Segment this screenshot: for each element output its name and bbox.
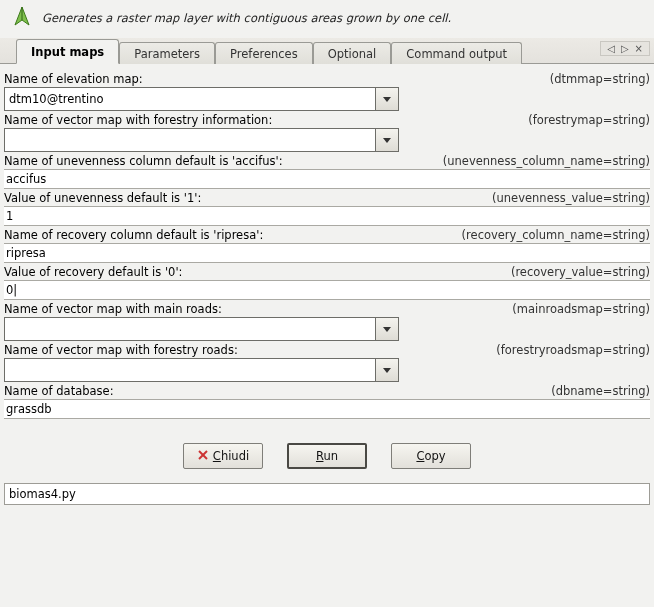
status-text: biomas4.py	[9, 487, 76, 501]
field-elevation: Name of elevation map: (dtmmap=string)	[4, 72, 650, 111]
tab-input-maps[interactable]: Input maps	[16, 39, 119, 64]
chevron-down-icon	[383, 138, 391, 143]
label-mainroads: Name of vector map with main roads:	[4, 302, 222, 316]
hint-dbname: (dbname=string)	[551, 384, 650, 398]
field-recovery-col: Name of recovery column default is 'ripr…	[4, 228, 650, 263]
input-elevation[interactable]	[4, 87, 375, 111]
input-forestryroads[interactable]	[4, 358, 375, 382]
label-forestryroads: Name of vector map with forestry roads:	[4, 343, 238, 357]
hint-uneven-val: (unevenness_value=string)	[492, 191, 650, 205]
label-uneven-val: Value of unevenness default is '1':	[4, 191, 201, 205]
dropdown-button-mainroads[interactable]	[375, 317, 399, 341]
combo-forestry	[4, 128, 399, 152]
label-recovery-val: Value of recovery default is '0':	[4, 265, 182, 279]
field-uneven-col: Name of unevenness column default is 'ac…	[4, 154, 650, 189]
close-button-accel: C	[213, 449, 221, 463]
close-icon	[197, 449, 209, 464]
label-uneven-col: Name of unevenness column default is 'ac…	[4, 154, 283, 168]
tab-command-output[interactable]: Command output	[391, 42, 522, 64]
copy-button-label: opy	[424, 449, 445, 463]
input-mainroads[interactable]	[4, 317, 375, 341]
chevron-down-icon	[383, 368, 391, 373]
tab-scroll-left-icon[interactable]: ◁	[605, 43, 617, 54]
input-dbname[interactable]	[4, 399, 650, 419]
close-button[interactable]: Chiudi	[183, 443, 263, 469]
hint-recovery-col: (recovery_column_name=string)	[462, 228, 650, 242]
field-uneven-val: Value of unevenness default is '1': (une…	[4, 191, 650, 226]
field-mainroads: Name of vector map with main roads: (mai…	[4, 302, 650, 341]
hint-forestryroads: (forestryroadsmap=string)	[496, 343, 650, 357]
content-panel: Name of elevation map: (dtmmap=string) N…	[0, 64, 654, 425]
tab-parameters[interactable]: Parameters	[119, 42, 215, 64]
hint-uneven-col: (unevenness_column_name=string)	[443, 154, 650, 168]
tab-scroll-right-icon[interactable]: ▷	[619, 43, 631, 54]
dropdown-button-elevation[interactable]	[375, 87, 399, 111]
combo-mainroads	[4, 317, 399, 341]
input-uneven-col[interactable]	[4, 169, 650, 189]
input-forestry[interactable]	[4, 128, 375, 152]
label-recovery-col: Name of recovery column default is 'ripr…	[4, 228, 263, 242]
hint-mainroads: (mainroadsmap=string)	[512, 302, 650, 316]
label-dbname: Name of database:	[4, 384, 114, 398]
copy-button[interactable]: Copy	[391, 443, 471, 469]
hint-forestry: (forestrymap=string)	[528, 113, 650, 127]
dropdown-button-forestry[interactable]	[375, 128, 399, 152]
dropdown-button-forestryroads[interactable]	[375, 358, 399, 382]
chevron-down-icon	[383, 327, 391, 332]
tab-optional[interactable]: Optional	[313, 42, 392, 64]
grass-logo-icon	[8, 4, 36, 32]
button-bar: Chiudi Run Copy	[0, 425, 654, 483]
header-row: Generates a raster map layer with contig…	[0, 0, 654, 38]
combo-forestryroads	[4, 358, 399, 382]
combo-elevation	[4, 87, 399, 111]
hint-recovery-val: (recovery_value=string)	[511, 265, 650, 279]
input-uneven-val[interactable]	[4, 206, 650, 226]
hint-elevation: (dtmmap=string)	[550, 72, 650, 86]
chevron-down-icon	[383, 97, 391, 102]
run-button-label: un	[323, 449, 338, 463]
input-recovery-val[interactable]	[4, 280, 650, 300]
field-forestryroads: Name of vector map with forestry roads: …	[4, 343, 650, 382]
run-button[interactable]: Run	[287, 443, 367, 469]
label-forestry: Name of vector map with forestry informa…	[4, 113, 272, 127]
status-bar: biomas4.py	[4, 483, 650, 505]
tab-preferences[interactable]: Preferences	[215, 42, 313, 64]
tab-close-icon[interactable]: ×	[633, 43, 645, 54]
field-dbname: Name of database: (dbname=string)	[4, 384, 650, 419]
close-button-label: hiudi	[221, 449, 249, 463]
field-forestry: Name of vector map with forestry informa…	[4, 113, 650, 152]
field-recovery-val: Value of recovery default is '0': (recov…	[4, 265, 650, 300]
input-recovery-col[interactable]	[4, 243, 650, 263]
tab-controls: ◁ ▷ ×	[600, 41, 650, 56]
tab-strip: Input maps Parameters Preferences Option…	[0, 38, 654, 64]
header-description: Generates a raster map layer with contig…	[42, 11, 451, 25]
label-elevation: Name of elevation map:	[4, 72, 143, 86]
